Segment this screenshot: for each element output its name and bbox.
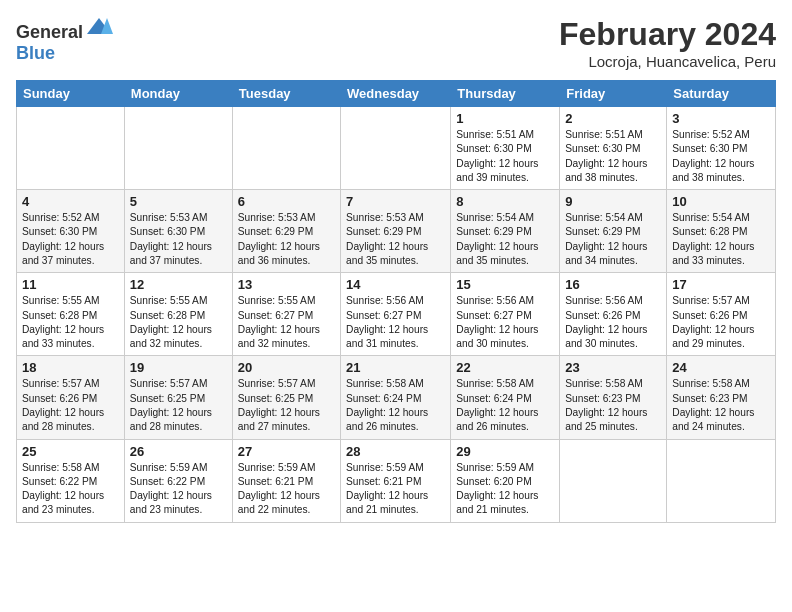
day-info: Sunrise: 5:54 AM Sunset: 6:29 PM Dayligh…: [456, 211, 554, 268]
calendar-cell: 14Sunrise: 5:56 AM Sunset: 6:27 PM Dayli…: [341, 273, 451, 356]
calendar-cell: 4Sunrise: 5:52 AM Sunset: 6:30 PM Daylig…: [17, 190, 125, 273]
day-info: Sunrise: 5:52 AM Sunset: 6:30 PM Dayligh…: [22, 211, 119, 268]
month-title: February 2024: [559, 16, 776, 53]
title-block: February 2024 Locroja, Huancavelica, Per…: [559, 16, 776, 70]
calendar-cell: 21Sunrise: 5:58 AM Sunset: 6:24 PM Dayli…: [341, 356, 451, 439]
calendar-header-row: SundayMondayTuesdayWednesdayThursdayFrid…: [17, 81, 776, 107]
day-info: Sunrise: 5:53 AM Sunset: 6:29 PM Dayligh…: [346, 211, 445, 268]
calendar-cell: 16Sunrise: 5:56 AM Sunset: 6:26 PM Dayli…: [560, 273, 667, 356]
day-number: 9: [565, 194, 661, 209]
logo-icon: [85, 16, 113, 38]
day-number: 1: [456, 111, 554, 126]
day-number: 27: [238, 444, 335, 459]
day-info: Sunrise: 5:55 AM Sunset: 6:28 PM Dayligh…: [22, 294, 119, 351]
day-info: Sunrise: 5:58 AM Sunset: 6:24 PM Dayligh…: [346, 377, 445, 434]
day-info: Sunrise: 5:57 AM Sunset: 6:25 PM Dayligh…: [238, 377, 335, 434]
day-number: 11: [22, 277, 119, 292]
day-info: Sunrise: 5:59 AM Sunset: 6:20 PM Dayligh…: [456, 461, 554, 518]
calendar-cell: 29Sunrise: 5:59 AM Sunset: 6:20 PM Dayli…: [451, 439, 560, 522]
calendar-cell: 9Sunrise: 5:54 AM Sunset: 6:29 PM Daylig…: [560, 190, 667, 273]
day-info: Sunrise: 5:57 AM Sunset: 6:26 PM Dayligh…: [672, 294, 770, 351]
day-number: 13: [238, 277, 335, 292]
page-header: General Blue February 2024 Locroja, Huan…: [16, 16, 776, 70]
calendar-day-header: Tuesday: [232, 81, 340, 107]
day-info: Sunrise: 5:52 AM Sunset: 6:30 PM Dayligh…: [672, 128, 770, 185]
day-number: 25: [22, 444, 119, 459]
day-number: 24: [672, 360, 770, 375]
calendar-cell: 27Sunrise: 5:59 AM Sunset: 6:21 PM Dayli…: [232, 439, 340, 522]
day-info: Sunrise: 5:54 AM Sunset: 6:29 PM Dayligh…: [565, 211, 661, 268]
calendar-day-header: Monday: [124, 81, 232, 107]
calendar-cell: 1Sunrise: 5:51 AM Sunset: 6:30 PM Daylig…: [451, 107, 560, 190]
calendar-cell: 3Sunrise: 5:52 AM Sunset: 6:30 PM Daylig…: [667, 107, 776, 190]
calendar-cell: 17Sunrise: 5:57 AM Sunset: 6:26 PM Dayli…: [667, 273, 776, 356]
day-number: 5: [130, 194, 227, 209]
day-number: 28: [346, 444, 445, 459]
location-title: Locroja, Huancavelica, Peru: [559, 53, 776, 70]
day-info: Sunrise: 5:57 AM Sunset: 6:25 PM Dayligh…: [130, 377, 227, 434]
calendar-cell: 25Sunrise: 5:58 AM Sunset: 6:22 PM Dayli…: [17, 439, 125, 522]
day-info: Sunrise: 5:58 AM Sunset: 6:22 PM Dayligh…: [22, 461, 119, 518]
calendar-week-row: 18Sunrise: 5:57 AM Sunset: 6:26 PM Dayli…: [17, 356, 776, 439]
calendar-cell: 7Sunrise: 5:53 AM Sunset: 6:29 PM Daylig…: [341, 190, 451, 273]
day-info: Sunrise: 5:53 AM Sunset: 6:30 PM Dayligh…: [130, 211, 227, 268]
day-info: Sunrise: 5:57 AM Sunset: 6:26 PM Dayligh…: [22, 377, 119, 434]
calendar-cell: [232, 107, 340, 190]
day-number: 22: [456, 360, 554, 375]
calendar-cell: 11Sunrise: 5:55 AM Sunset: 6:28 PM Dayli…: [17, 273, 125, 356]
calendar-cell: 24Sunrise: 5:58 AM Sunset: 6:23 PM Dayli…: [667, 356, 776, 439]
calendar-day-header: Saturday: [667, 81, 776, 107]
day-number: 23: [565, 360, 661, 375]
day-number: 19: [130, 360, 227, 375]
calendar-cell: 19Sunrise: 5:57 AM Sunset: 6:25 PM Dayli…: [124, 356, 232, 439]
day-info: Sunrise: 5:56 AM Sunset: 6:27 PM Dayligh…: [346, 294, 445, 351]
day-info: Sunrise: 5:58 AM Sunset: 6:24 PM Dayligh…: [456, 377, 554, 434]
calendar-cell: 20Sunrise: 5:57 AM Sunset: 6:25 PM Dayli…: [232, 356, 340, 439]
day-number: 14: [346, 277, 445, 292]
day-number: 7: [346, 194, 445, 209]
calendar-cell: 10Sunrise: 5:54 AM Sunset: 6:28 PM Dayli…: [667, 190, 776, 273]
day-info: Sunrise: 5:51 AM Sunset: 6:30 PM Dayligh…: [456, 128, 554, 185]
calendar-week-row: 1Sunrise: 5:51 AM Sunset: 6:30 PM Daylig…: [17, 107, 776, 190]
day-number: 26: [130, 444, 227, 459]
calendar-day-header: Wednesday: [341, 81, 451, 107]
day-info: Sunrise: 5:56 AM Sunset: 6:26 PM Dayligh…: [565, 294, 661, 351]
logo-text: General Blue: [16, 16, 113, 64]
day-info: Sunrise: 5:59 AM Sunset: 6:22 PM Dayligh…: [130, 461, 227, 518]
logo-general: General: [16, 22, 83, 42]
day-info: Sunrise: 5:59 AM Sunset: 6:21 PM Dayligh…: [346, 461, 445, 518]
calendar-cell: 6Sunrise: 5:53 AM Sunset: 6:29 PM Daylig…: [232, 190, 340, 273]
calendar-week-row: 25Sunrise: 5:58 AM Sunset: 6:22 PM Dayli…: [17, 439, 776, 522]
day-info: Sunrise: 5:56 AM Sunset: 6:27 PM Dayligh…: [456, 294, 554, 351]
day-number: 16: [565, 277, 661, 292]
day-info: Sunrise: 5:58 AM Sunset: 6:23 PM Dayligh…: [672, 377, 770, 434]
day-number: 12: [130, 277, 227, 292]
day-info: Sunrise: 5:55 AM Sunset: 6:27 PM Dayligh…: [238, 294, 335, 351]
day-info: Sunrise: 5:51 AM Sunset: 6:30 PM Dayligh…: [565, 128, 661, 185]
calendar-cell: [667, 439, 776, 522]
calendar-cell: 12Sunrise: 5:55 AM Sunset: 6:28 PM Dayli…: [124, 273, 232, 356]
calendar-week-row: 11Sunrise: 5:55 AM Sunset: 6:28 PM Dayli…: [17, 273, 776, 356]
calendar-cell: 8Sunrise: 5:54 AM Sunset: 6:29 PM Daylig…: [451, 190, 560, 273]
day-number: 8: [456, 194, 554, 209]
day-number: 4: [22, 194, 119, 209]
day-number: 2: [565, 111, 661, 126]
calendar-cell: 28Sunrise: 5:59 AM Sunset: 6:21 PM Dayli…: [341, 439, 451, 522]
calendar-cell: [124, 107, 232, 190]
day-number: 20: [238, 360, 335, 375]
calendar-cell: 22Sunrise: 5:58 AM Sunset: 6:24 PM Dayli…: [451, 356, 560, 439]
calendar-week-row: 4Sunrise: 5:52 AM Sunset: 6:30 PM Daylig…: [17, 190, 776, 273]
day-number: 6: [238, 194, 335, 209]
logo-blue: Blue: [16, 43, 55, 63]
calendar-cell: [341, 107, 451, 190]
calendar-cell: [17, 107, 125, 190]
day-number: 29: [456, 444, 554, 459]
day-info: Sunrise: 5:58 AM Sunset: 6:23 PM Dayligh…: [565, 377, 661, 434]
day-info: Sunrise: 5:53 AM Sunset: 6:29 PM Dayligh…: [238, 211, 335, 268]
calendar-cell: 15Sunrise: 5:56 AM Sunset: 6:27 PM Dayli…: [451, 273, 560, 356]
calendar-cell: 18Sunrise: 5:57 AM Sunset: 6:26 PM Dayli…: [17, 356, 125, 439]
logo: General Blue: [16, 16, 113, 64]
calendar-table: SundayMondayTuesdayWednesdayThursdayFrid…: [16, 80, 776, 523]
day-number: 18: [22, 360, 119, 375]
day-info: Sunrise: 5:55 AM Sunset: 6:28 PM Dayligh…: [130, 294, 227, 351]
